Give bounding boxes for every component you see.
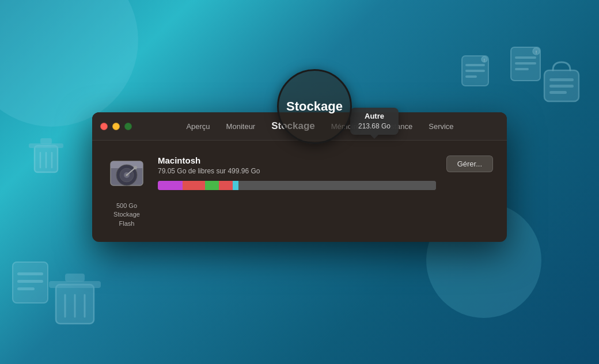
- bg-decoration-circle-1: [0, 0, 138, 127]
- segment-4: [219, 181, 233, 190]
- svg-rect-15: [515, 68, 529, 70]
- manage-button[interactable]: Gérer...: [446, 156, 493, 172]
- disk-type-label: Stockage Flash: [106, 210, 147, 228]
- svg-text:!: !: [484, 58, 485, 62]
- svg-rect-13: [515, 56, 536, 59]
- disk-info-row: Macintosh 79.05 Go de libres sur 499.96 …: [106, 152, 493, 194]
- deco-trash-icon-topleft: [29, 135, 63, 178]
- maximize-button[interactable]: [124, 123, 132, 130]
- tab-moniteur[interactable]: Moniteur: [218, 120, 264, 133]
- disk-text-info: Macintosh 79.05 Go de libres sur 499.96 …: [158, 156, 436, 190]
- circle-highlight-label: Stockage: [286, 99, 343, 114]
- svg-rect-23: [49, 281, 101, 288]
- svg-rect-14: [515, 62, 536, 65]
- svg-rect-19: [549, 78, 574, 81]
- svg-rect-20: [549, 85, 574, 88]
- segment-2: [183, 181, 205, 190]
- svg-rect-24: [65, 274, 85, 282]
- svg-rect-2: [40, 138, 52, 144]
- tooltip-label: Autre: [358, 111, 391, 122]
- svg-point-40: [134, 166, 137, 169]
- segment-5: [233, 181, 238, 190]
- segment-free: [238, 181, 436, 190]
- svg-rect-29: [17, 272, 43, 275]
- disk-name: Macintosh: [158, 156, 436, 165]
- svg-rect-8: [465, 70, 485, 72]
- storage-tooltip: Autre 213.68 Go: [350, 108, 399, 135]
- minimize-button[interactable]: [112, 123, 120, 130]
- tooltip-value: 213.68 Go: [358, 122, 391, 131]
- traffic-lights: [100, 123, 132, 130]
- segment-3: [205, 181, 219, 190]
- svg-text:!: !: [536, 50, 537, 55]
- tab-service[interactable]: Service: [420, 120, 461, 133]
- system-info-window: Stockage Aperçu Moniteur Stockage Mémoir…: [92, 112, 507, 242]
- svg-rect-9: [465, 75, 477, 78]
- svg-rect-31: [17, 287, 35, 290]
- svg-rect-30: [17, 280, 43, 283]
- tab-apercu[interactable]: Aperçu: [178, 120, 218, 133]
- deco-bag-icon-topright: [541, 58, 582, 106]
- disk-meta: 500 Go Stockage Flash: [106, 202, 147, 228]
- segment-1: [158, 181, 183, 190]
- svg-rect-7: [465, 64, 485, 66]
- deco-doc-icon-bottomleft: [12, 261, 49, 306]
- deco-trash-icon-bottomleft-large: [49, 270, 101, 329]
- storage-progress-bar: [158, 181, 436, 190]
- window-content: Autre 213.68 Go: [92, 141, 507, 242]
- deco-doc-icon-tr1: !: [461, 55, 490, 89]
- disk-capacity-label: 500 Go: [106, 202, 147, 210]
- tab-highlight-circle: Stockage: [277, 69, 352, 144]
- svg-rect-1: [29, 143, 63, 148]
- svg-rect-21: [549, 91, 567, 94]
- disk-free-space: 79.05 Go de libres sur 499.96 Go: [158, 167, 436, 175]
- disk-icon: [106, 152, 147, 194]
- deco-doc-icon-tr2: !: [510, 46, 541, 84]
- close-button[interactable]: [100, 123, 108, 130]
